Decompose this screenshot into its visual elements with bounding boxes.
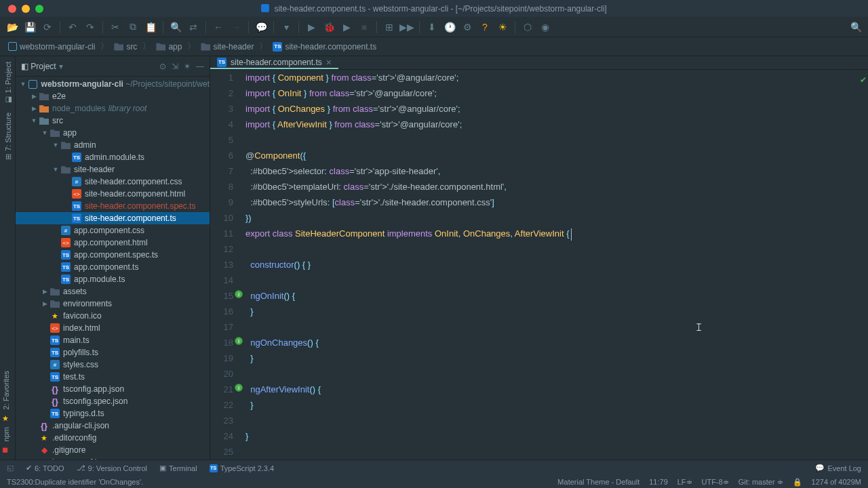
search-everywhere-icon[interactable]: 🔍: [849, 20, 863, 34]
panel-dropdown-icon[interactable]: ▾: [59, 62, 63, 71]
tree-item[interactable]: TSmain.ts: [16, 334, 210, 346]
tree-root[interactable]: ▼ webstorm-angular-cli ~/Projects/sitepo…: [16, 78, 210, 90]
tree-item[interactable]: #site-header.component.css: [16, 176, 210, 188]
star-icon[interactable]: ★: [2, 414, 10, 423]
editor-tab[interactable]: TS site-header.component.ts ×: [210, 56, 338, 69]
breadcrumb-project[interactable]: webstorm-angular-cli: [5, 41, 98, 53]
breadcrumb-folder[interactable]: app: [153, 41, 184, 53]
refresh-icon[interactable]: ⟳: [41, 20, 54, 34]
tool-windows-icon[interactable]: ◱: [7, 464, 14, 472]
tree-item[interactable]: {}tsconfig.spec.json: [16, 395, 210, 407]
expand-arrow-icon[interactable]: ▼: [18, 81, 28, 87]
vcs-tool-button[interactable]: ⎇ 9: Version Control: [77, 464, 147, 472]
stop-icon[interactable]: ■: [357, 20, 371, 34]
tree-item[interactable]: TSpolyfills.ts: [16, 346, 210, 359]
paste-icon[interactable]: 📋: [144, 20, 157, 34]
run-config-dropdown[interactable]: ▾: [279, 20, 293, 34]
cut-icon[interactable]: ✂: [108, 20, 122, 34]
tree-item[interactable]: {}tsconfig.app.json: [16, 383, 210, 395]
save-icon[interactable]: 💾: [23, 20, 37, 34]
redo-icon[interactable]: ↷: [83, 20, 97, 34]
interface-marker-icon[interactable]: I: [235, 384, 243, 392]
new-scratch-icon[interactable]: ⊞: [382, 20, 396, 34]
angular-icon[interactable]: ⬡: [521, 20, 534, 34]
tree-item[interactable]: TSsite-header.component.ts: [16, 212, 210, 224]
maximize-window[interactable]: [35, 5, 43, 13]
tree-item[interactable]: ▼admin: [16, 139, 210, 151]
tree-item[interactable]: TSapp.component.spec.ts: [16, 249, 210, 261]
code-editor[interactable]: 1234567891011121314151617181920212223242…: [210, 70, 868, 460]
tree-item[interactable]: TSapp.component.ts: [16, 261, 210, 273]
interface-marker-icon[interactable]: I: [235, 290, 243, 298]
tree-item[interactable]: #styles.css: [16, 359, 210, 371]
git-branch[interactable]: Git: master ≑: [738, 478, 783, 487]
tree-item[interactable]: TStypings.d.ts: [16, 407, 210, 420]
minimize-window[interactable]: [22, 5, 30, 13]
hide-icon[interactable]: —: [196, 62, 204, 71]
tree-item[interactable]: ▶assets: [16, 285, 210, 298]
tree-item[interactable]: ▼app: [16, 127, 210, 139]
copy-icon[interactable]: ⧉: [126, 20, 140, 34]
tree-item[interactable]: <>index.html: [16, 322, 210, 334]
lock-icon[interactable]: 🔒: [793, 478, 802, 487]
tree-item[interactable]: ▼site-header: [16, 163, 210, 176]
undo-icon[interactable]: ↶: [66, 20, 79, 34]
cursor-position[interactable]: 11:79: [649, 478, 668, 486]
tree-item[interactable]: ▶environments: [16, 298, 210, 310]
project-tool-button[interactable]: ◧1: Project: [3, 62, 12, 104]
todo-tool-button[interactable]: ✔ 6: TODO: [26, 464, 64, 472]
tree-item[interactable]: ✸Kkarma.conf.js: [16, 456, 210, 460]
debug-icon[interactable]: 🐞: [322, 20, 336, 34]
help-icon[interactable]: ?: [478, 20, 492, 34]
typescript-tool-button[interactable]: TS TypeScript 2.3.4: [210, 464, 275, 472]
tree-item[interactable]: ★.editorconfig: [16, 432, 210, 444]
settings-icon[interactable]: ✶: [184, 62, 191, 71]
inspection-ok-icon[interactable]: ✔: [859, 73, 868, 88]
npm-tool-button[interactable]: npm: [2, 427, 10, 441]
event-log-button[interactable]: 💬 Event Log: [815, 464, 861, 472]
breadcrumb-file[interactable]: TSsite-header.component.ts: [270, 41, 379, 53]
file-encoding[interactable]: UTF-8≑: [702, 478, 729, 487]
bookmark-icon[interactable]: ◉: [538, 20, 552, 34]
structure-tool-button[interactable]: ⊞7: Structure: [3, 113, 12, 160]
search-icon[interactable]: 🔍: [169, 20, 182, 34]
locate-icon[interactable]: ⊙: [159, 62, 166, 71]
tree-item[interactable]: ◆.gitignore: [16, 444, 210, 456]
forward-icon[interactable]: →: [229, 20, 243, 34]
back-icon[interactable]: ←: [212, 20, 225, 34]
favorites-tool-button[interactable]: 2: Favorites: [2, 371, 10, 409]
tree-item[interactable]: TSapp.module.ts: [16, 273, 210, 285]
tree-item[interactable]: TSsite-header.component.spec.ts: [16, 200, 210, 212]
tree-item[interactable]: #app.component.css: [16, 224, 210, 237]
close-window[interactable]: [8, 5, 16, 13]
memory-indicator[interactable]: 1274 of 4029M: [812, 478, 861, 486]
coverage-icon[interactable]: ▶: [340, 20, 353, 34]
npm-icon[interactable]: ◼: [2, 445, 10, 454]
ide-settings-icon[interactable]: ☀: [496, 20, 509, 34]
open-file-icon[interactable]: 📂: [5, 20, 19, 34]
code-with-me-icon[interactable]: 💬: [254, 20, 268, 34]
breadcrumb-folder[interactable]: src: [111, 41, 140, 53]
terminal-tool-button[interactable]: ▣ Terminal: [159, 464, 197, 472]
line-separator[interactable]: LF≑: [677, 478, 692, 487]
project-tree[interactable]: ▼ webstorm-angular-cli ~/Projects/sitepo…: [16, 77, 210, 460]
tree-item[interactable]: {}.angular-cli.json: [16, 420, 210, 432]
tree-item[interactable]: ★favicon.ico: [16, 310, 210, 322]
tree-item[interactable]: TStest.ts: [16, 371, 210, 383]
tree-item[interactable]: TSadmin.module.ts: [16, 151, 210, 163]
vcs-update-icon[interactable]: ⬇: [425, 20, 439, 34]
close-tab-icon[interactable]: ×: [326, 57, 332, 68]
tree-item[interactable]: ▶node_moduleslibrary root: [16, 102, 210, 115]
run-icon[interactable]: ▶: [304, 20, 318, 34]
tree-item[interactable]: ▼src: [16, 115, 210, 127]
run-anything-icon[interactable]: ▶▶: [400, 20, 414, 34]
tree-item[interactable]: <>site-header.component.html: [16, 188, 210, 200]
tree-item[interactable]: <>app.component.html: [16, 237, 210, 249]
settings-icon[interactable]: ⚙: [460, 20, 474, 34]
vcs-history-icon[interactable]: 🕐: [443, 20, 456, 34]
interface-marker-icon[interactable]: I: [235, 337, 243, 345]
replace-icon[interactable]: ⇄: [186, 20, 200, 34]
tree-item[interactable]: ▶e2e: [16, 90, 210, 102]
theme-indicator[interactable]: Material Theme - Default: [557, 478, 639, 486]
collapse-all-icon[interactable]: ⇲: [172, 62, 178, 71]
